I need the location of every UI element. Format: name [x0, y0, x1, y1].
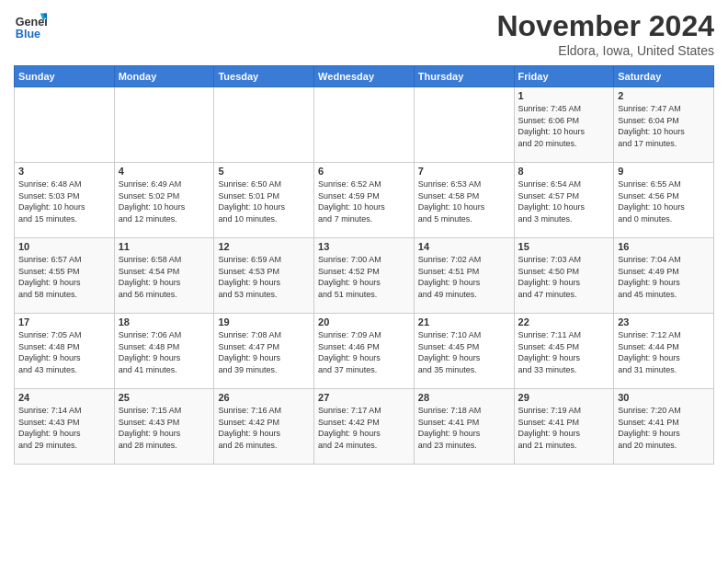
calendar-cell: 29Sunrise: 7:19 AM Sunset: 4:41 PM Dayli…	[514, 389, 614, 465]
calendar-cell: 26Sunrise: 7:16 AM Sunset: 4:42 PM Dayli…	[214, 389, 314, 465]
logo: General Blue	[14, 9, 47, 42]
calendar-cell: 6Sunrise: 6:52 AM Sunset: 4:59 PM Daylig…	[314, 163, 415, 238]
day-number: 26	[218, 392, 310, 403]
day-number: 21	[418, 316, 510, 327]
day-number: 24	[18, 392, 110, 403]
day-number: 13	[318, 241, 410, 252]
calendar-cell: 15Sunrise: 7:03 AM Sunset: 4:50 PM Dayli…	[514, 238, 614, 314]
calendar-cell: 21Sunrise: 7:10 AM Sunset: 4:45 PM Dayli…	[414, 314, 514, 389]
day-number: 29	[518, 392, 610, 403]
weekday-header-monday: Monday	[114, 66, 214, 87]
day-info: Sunrise: 6:52 AM Sunset: 4:59 PM Dayligh…	[318, 178, 410, 224]
day-info: Sunrise: 7:19 AM Sunset: 4:41 PM Dayligh…	[518, 405, 610, 451]
calendar-cell: 8Sunrise: 6:54 AM Sunset: 4:57 PM Daylig…	[514, 163, 614, 238]
calendar-cell: 12Sunrise: 6:59 AM Sunset: 4:53 PM Dayli…	[214, 238, 314, 314]
day-number: 15	[518, 241, 610, 252]
day-info: Sunrise: 7:14 AM Sunset: 4:43 PM Dayligh…	[18, 405, 110, 451]
day-number: 23	[618, 316, 710, 327]
header: General Blue November 2024 Eldora, Iowa,…	[14, 9, 714, 58]
calendar-cell: 10Sunrise: 6:57 AM Sunset: 4:55 PM Dayli…	[15, 238, 115, 314]
day-info: Sunrise: 7:15 AM Sunset: 4:43 PM Dayligh…	[119, 405, 210, 451]
calendar-cell: 17Sunrise: 7:05 AM Sunset: 4:48 PM Dayli…	[15, 314, 115, 389]
day-number: 14	[418, 241, 510, 252]
calendar-cell: 30Sunrise: 7:20 AM Sunset: 4:41 PM Dayli…	[614, 389, 714, 465]
month-year-label: November 2024	[496, 9, 714, 43]
day-info: Sunrise: 7:17 AM Sunset: 4:42 PM Dayligh…	[318, 405, 410, 451]
calendar-cell: 1Sunrise: 7:45 AM Sunset: 6:06 PM Daylig…	[514, 87, 614, 163]
day-number: 12	[218, 241, 310, 252]
day-number: 27	[318, 392, 410, 403]
weekday-header-thursday: Thursday	[414, 66, 514, 87]
calendar-cell: 13Sunrise: 7:00 AM Sunset: 4:52 PM Dayli…	[314, 238, 415, 314]
calendar-cell: 3Sunrise: 6:48 AM Sunset: 5:03 PM Daylig…	[15, 163, 115, 238]
calendar-cell: 28Sunrise: 7:18 AM Sunset: 4:41 PM Dayli…	[414, 389, 514, 465]
calendar-cell: 18Sunrise: 7:06 AM Sunset: 4:48 PM Dayli…	[114, 314, 214, 389]
calendar-cell	[314, 87, 415, 163]
day-number: 16	[618, 241, 710, 252]
page-container: General Blue November 2024 Eldora, Iowa,…	[0, 0, 728, 469]
calendar-cell	[214, 87, 314, 163]
day-number: 22	[518, 316, 610, 327]
day-info: Sunrise: 7:18 AM Sunset: 4:41 PM Dayligh…	[418, 405, 510, 451]
day-info: Sunrise: 6:57 AM Sunset: 4:55 PM Dayligh…	[18, 254, 110, 300]
calendar-cell: 7Sunrise: 6:53 AM Sunset: 4:58 PM Daylig…	[414, 163, 514, 238]
title-area: November 2024 Eldora, Iowa, United State…	[496, 9, 714, 58]
day-info: Sunrise: 6:48 AM Sunset: 5:03 PM Dayligh…	[18, 178, 110, 224]
day-info: Sunrise: 7:03 AM Sunset: 4:50 PM Dayligh…	[518, 254, 610, 300]
day-number: 4	[119, 166, 210, 177]
calendar-week-5: 24Sunrise: 7:14 AM Sunset: 4:43 PM Dayli…	[15, 389, 714, 465]
day-number: 6	[318, 166, 410, 177]
day-info: Sunrise: 7:10 AM Sunset: 4:45 PM Dayligh…	[418, 329, 510, 375]
calendar-cell: 4Sunrise: 6:49 AM Sunset: 5:02 PM Daylig…	[114, 163, 214, 238]
day-number: 19	[218, 316, 310, 327]
calendar-cell: 9Sunrise: 6:55 AM Sunset: 4:56 PM Daylig…	[614, 163, 714, 238]
weekday-header-tuesday: Tuesday	[214, 66, 314, 87]
calendar-week-3: 10Sunrise: 6:57 AM Sunset: 4:55 PM Dayli…	[15, 238, 714, 314]
day-number: 18	[119, 316, 210, 327]
calendar-cell: 11Sunrise: 6:58 AM Sunset: 4:54 PM Dayli…	[114, 238, 214, 314]
day-info: Sunrise: 6:54 AM Sunset: 4:57 PM Dayligh…	[518, 178, 610, 224]
day-number: 17	[18, 316, 110, 327]
day-info: Sunrise: 7:20 AM Sunset: 4:41 PM Dayligh…	[618, 405, 710, 451]
logo-icon: General Blue	[14, 9, 47, 42]
day-number: 10	[18, 241, 110, 252]
calendar-cell	[15, 87, 115, 163]
calendar-cell: 23Sunrise: 7:12 AM Sunset: 4:44 PM Dayli…	[614, 314, 714, 389]
calendar-header: SundayMondayTuesdayWednesdayThursdayFrid…	[15, 66, 714, 87]
day-number: 30	[618, 392, 710, 403]
day-info: Sunrise: 7:09 AM Sunset: 4:46 PM Dayligh…	[318, 329, 410, 375]
day-info: Sunrise: 7:05 AM Sunset: 4:48 PM Dayligh…	[18, 329, 110, 375]
day-number: 3	[18, 166, 110, 177]
day-info: Sunrise: 7:04 AM Sunset: 4:49 PM Dayligh…	[618, 254, 710, 300]
calendar-cell: 14Sunrise: 7:02 AM Sunset: 4:51 PM Dayli…	[414, 238, 514, 314]
calendar-table: SundayMondayTuesdayWednesdayThursdayFrid…	[14, 65, 714, 465]
weekday-header-saturday: Saturday	[614, 66, 714, 87]
day-info: Sunrise: 7:06 AM Sunset: 4:48 PM Dayligh…	[119, 329, 210, 375]
day-number: 8	[518, 166, 610, 177]
day-number: 2	[618, 90, 710, 101]
calendar-cell: 20Sunrise: 7:09 AM Sunset: 4:46 PM Dayli…	[314, 314, 415, 389]
day-info: Sunrise: 6:49 AM Sunset: 5:02 PM Dayligh…	[119, 178, 210, 224]
day-info: Sunrise: 7:11 AM Sunset: 4:45 PM Dayligh…	[518, 329, 610, 375]
calendar-cell	[114, 87, 214, 163]
calendar-week-2: 3Sunrise: 6:48 AM Sunset: 5:03 PM Daylig…	[15, 163, 714, 238]
day-info: Sunrise: 6:58 AM Sunset: 4:54 PM Dayligh…	[119, 254, 210, 300]
calendar-cell: 27Sunrise: 7:17 AM Sunset: 4:42 PM Dayli…	[314, 389, 415, 465]
calendar-cell: 16Sunrise: 7:04 AM Sunset: 4:49 PM Dayli…	[614, 238, 714, 314]
svg-text:Blue: Blue	[16, 28, 40, 40]
day-number: 25	[119, 392, 210, 403]
calendar-cell: 5Sunrise: 6:50 AM Sunset: 5:01 PM Daylig…	[214, 163, 314, 238]
day-info: Sunrise: 7:12 AM Sunset: 4:44 PM Dayligh…	[618, 329, 710, 375]
day-info: Sunrise: 7:00 AM Sunset: 4:52 PM Dayligh…	[318, 254, 410, 300]
calendar-week-4: 17Sunrise: 7:05 AM Sunset: 4:48 PM Dayli…	[15, 314, 714, 389]
day-number: 20	[318, 316, 410, 327]
day-number: 11	[119, 241, 210, 252]
calendar-cell: 22Sunrise: 7:11 AM Sunset: 4:45 PM Dayli…	[514, 314, 614, 389]
calendar-week-1: 1Sunrise: 7:45 AM Sunset: 6:06 PM Daylig…	[15, 87, 714, 163]
day-info: Sunrise: 6:59 AM Sunset: 4:53 PM Dayligh…	[218, 254, 310, 300]
day-info: Sunrise: 6:53 AM Sunset: 4:58 PM Dayligh…	[418, 178, 510, 224]
day-info: Sunrise: 7:47 AM Sunset: 6:04 PM Dayligh…	[618, 103, 710, 149]
day-info: Sunrise: 7:08 AM Sunset: 4:47 PM Dayligh…	[218, 329, 310, 375]
calendar-cell: 24Sunrise: 7:14 AM Sunset: 4:43 PM Dayli…	[15, 389, 115, 465]
day-info: Sunrise: 7:02 AM Sunset: 4:51 PM Dayligh…	[418, 254, 510, 300]
